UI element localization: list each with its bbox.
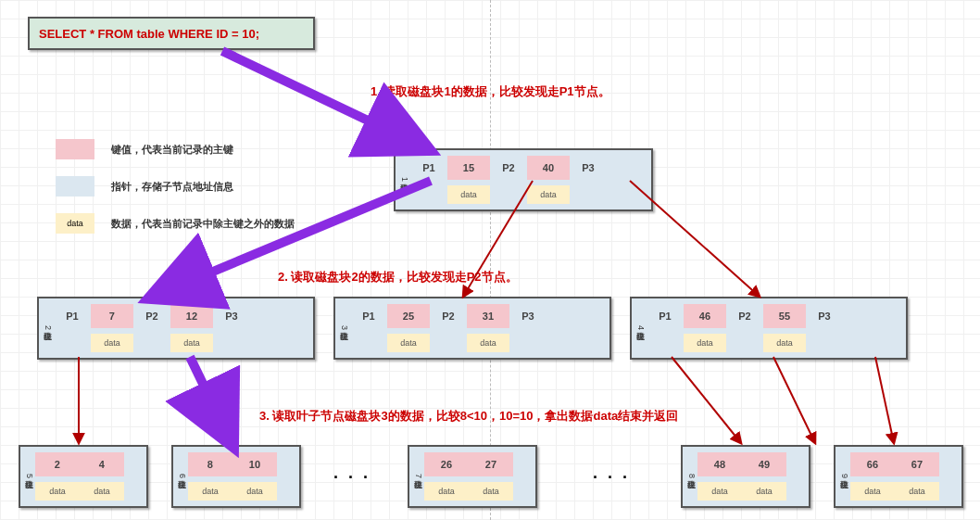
- disk-block-3-title: 磁盘块3: [337, 304, 350, 352]
- disk-block-7-title: 磁盘块7: [411, 452, 424, 501]
- ptr-cell: P3: [806, 304, 843, 328]
- ptr-cell: P1: [410, 156, 447, 180]
- ptr-cell: P1: [54, 304, 91, 328]
- data-cell: data: [697, 482, 742, 501]
- key-cell: 66: [850, 452, 895, 476]
- arrow-block4-p1-to-leaf8: [672, 357, 741, 443]
- step-2-text: 2. 读取磁盘块2的数据，比较发现走P2节点。: [278, 269, 518, 285]
- disk-block-6-title: 磁盘块6: [175, 452, 188, 501]
- data-cell: data: [424, 482, 469, 501]
- disk-block-7: 磁盘块7 26data 27data: [408, 445, 537, 508]
- arrow-block2-p2-to-leaf6: [190, 357, 232, 443]
- data-cell: data: [467, 334, 509, 352]
- legend-row-key: 键值，代表当前记录的主键: [56, 139, 295, 159]
- key-cell: 25: [387, 304, 430, 328]
- key-cell: 12: [170, 304, 213, 328]
- key-cell: 27: [469, 452, 513, 476]
- ptr-cell: P1: [350, 304, 387, 328]
- legend-swatch-data: data: [56, 213, 94, 234]
- key-cell: 15: [447, 156, 490, 180]
- ptr-cell: P3: [570, 156, 607, 180]
- data-cell: data: [35, 482, 80, 501]
- step-1-text: 1. 读取磁盘块1的数据，比较发现走P1节点。: [371, 83, 610, 100]
- data-cell: data: [91, 334, 133, 352]
- disk-block-2: 磁盘块2 P1 7data P2 12data P3: [37, 297, 315, 360]
- step-3-text: 3. 读取叶子节点磁盘块3的数据，比较8<10，10=10，拿出数据data结束…: [259, 408, 678, 425]
- key-cell: 4: [80, 452, 124, 476]
- disk-block-8: 磁盘块8 48data 49data: [681, 445, 810, 508]
- key-cell: 48: [697, 452, 742, 476]
- disk-block-9: 磁盘块9 66data 67data: [834, 445, 963, 508]
- data-cell: data: [527, 185, 570, 204]
- data-cell: data: [763, 334, 806, 352]
- disk-block-6: 磁盘块6 8data 10data: [171, 445, 301, 508]
- ptr-cell: P3: [509, 304, 547, 328]
- key-cell: 55: [763, 304, 806, 328]
- data-cell: data: [850, 482, 895, 501]
- ellipsis: . . .: [333, 463, 371, 483]
- data-cell: data: [684, 334, 726, 352]
- disk-block-2-title: 磁盘块2: [41, 304, 54, 352]
- key-cell: 49: [742, 452, 786, 476]
- ptr-cell: P3: [213, 304, 250, 328]
- data-cell: data: [170, 334, 213, 352]
- disk-block-4: 磁盘块4 P1 46data P2 55data P3: [630, 297, 908, 360]
- key-cell: 67: [895, 452, 939, 476]
- legend-label-data: 数据，代表当前记录中除主键之外的数据: [111, 217, 295, 231]
- data-cell: data: [447, 185, 490, 204]
- page-divider: [490, 0, 491, 520]
- legend-row-data: data 数据，代表当前记录中除主键之外的数据: [56, 213, 295, 234]
- disk-block-1: 磁盘块1 P1 15data P2 40data P3: [394, 148, 653, 211]
- ptr-cell: P2: [133, 304, 170, 328]
- legend-label-ptr: 指针，存储子节点地址信息: [111, 180, 233, 194]
- key-cell: 40: [527, 156, 570, 180]
- key-cell: 26: [424, 452, 469, 476]
- data-cell: data: [188, 482, 232, 501]
- key-cell: 2: [35, 452, 80, 476]
- disk-block-5: 磁盘块5 2data 4data: [19, 445, 148, 508]
- data-cell: data: [469, 482, 513, 501]
- legend-swatch-pointer: [56, 176, 94, 197]
- disk-block-5-title: 磁盘块5: [22, 452, 35, 501]
- sql-text: SELECT * FROM table WHERE ID = 10;: [39, 27, 259, 41]
- ellipsis: . . .: [593, 463, 630, 483]
- ptr-cell: P1: [647, 304, 684, 328]
- disk-block-9-title: 磁盘块9: [837, 452, 850, 501]
- key-cell: 8: [188, 452, 232, 476]
- data-cell: data: [742, 482, 786, 501]
- sql-statement-box: SELECT * FROM table WHERE ID = 10;: [28, 17, 315, 50]
- disk-block-1-title: 磁盘块1: [397, 156, 410, 204]
- ptr-cell: P2: [726, 304, 763, 328]
- ptr-cell: P2: [430, 304, 467, 328]
- legend-swatch-key: [56, 139, 94, 159]
- legend: 键值，代表当前记录的主键 指针，存储子节点地址信息 data 数据，代表当前记录…: [56, 139, 295, 250]
- key-cell: 10: [232, 452, 277, 476]
- legend-row-ptr: 指针，存储子节点地址信息: [56, 176, 295, 197]
- arrow-block4-p2-to-leaf8: [773, 357, 815, 443]
- ptr-cell: P2: [490, 156, 527, 180]
- data-cell: data: [232, 482, 277, 501]
- disk-block-8-title: 磁盘块8: [685, 452, 697, 501]
- data-cell: data: [387, 334, 430, 352]
- disk-block-3: 磁盘块3 P1 25data P2 31data P3: [333, 297, 611, 360]
- legend-label-key: 键值，代表当前记录的主键: [111, 143, 233, 157]
- arrow-block4-p3-to-leaf9: [875, 357, 894, 443]
- key-cell: 31: [467, 304, 509, 328]
- disk-block-4-title: 磁盘块4: [634, 304, 647, 352]
- data-cell: data: [895, 482, 939, 501]
- key-cell: 7: [91, 304, 133, 328]
- data-cell: data: [80, 482, 124, 501]
- key-cell: 46: [684, 304, 726, 328]
- disk-block-1-cells: P1 15data P2 40data P3: [410, 156, 646, 204]
